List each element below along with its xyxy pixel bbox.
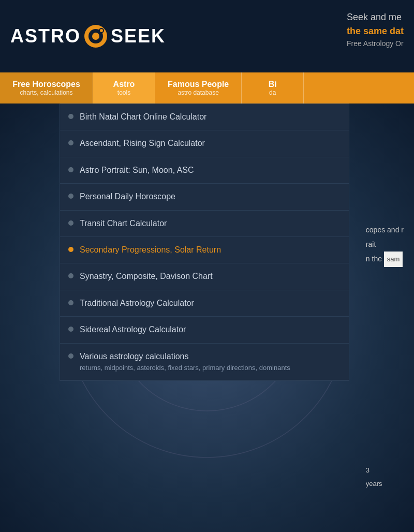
menu-item-text-astro-portrait: Astro Portrait: Sun, Moon, ASC (80, 165, 338, 176)
menu-bullet-various (68, 353, 73, 359)
logo[interactable]: ASTRO SEEK (10, 23, 166, 49)
menu-item-ascendant[interactable]: Ascendant, Rising Sign Calculator (60, 130, 349, 157)
nav-astro-tools-label: Astro (113, 80, 135, 89)
menu-item-transit-chart[interactable]: Transit Chart Calculator (60, 211, 349, 237)
menu-item-text-various: Various astrology calculationsreturns, m… (80, 351, 338, 373)
partial-box: sam (384, 252, 403, 267)
menu-bullet-astro-portrait (68, 167, 73, 172)
partial-line1: copes and r (366, 223, 404, 237)
menu-item-text-birth-natal: Birth Natal Chart Online Calculator (80, 111, 338, 123)
nav-birth-label: Bi (269, 80, 277, 89)
menu-bullet-transit-chart (68, 220, 73, 226)
tagline-sub: Free Astrology Or (347, 38, 404, 49)
tagline-highlight: the same dat (347, 24, 404, 38)
logo-icon (83, 23, 109, 49)
menu-item-secondary-progressions[interactable]: Secondary Progressions, Solar Return (60, 237, 349, 263)
menu-item-text-synastry: Synastry, Composite, Davison Chart (80, 271, 338, 282)
nav-famous-people-sub: astro database (178, 89, 218, 96)
menu-item-text-transit-chart: Transit Chart Calculator (80, 218, 338, 229)
nav-birth-sub: da (269, 89, 276, 96)
menu-item-synastry[interactable]: Synastry, Composite, Davison Chart (60, 263, 349, 290)
menu-item-text-traditional-astrology: Traditional Astrology Calculator (80, 298, 338, 309)
site-header: ASTRO SEEK Seek and me the same dat Free… (0, 0, 414, 72)
menu-item-label-traditional-astrology: Traditional Astrology Calculator (80, 298, 338, 309)
nav-free-horoscopes-label: Free Horoscopes (12, 80, 80, 89)
menu-item-text-secondary-progressions: Secondary Progressions, Solar Return (80, 244, 338, 256)
menu-item-personal-daily[interactable]: Personal Daily Horoscope (60, 184, 349, 210)
logo-seek: SEEK (111, 25, 166, 47)
partial-right-text: copes and r rait n the sam 3 years (366, 223, 404, 491)
menu-bullet-personal-daily (68, 194, 73, 199)
menu-item-text-ascendant: Ascendant, Rising Sign Calculator (80, 138, 338, 149)
partial-line2: rait (366, 237, 404, 252)
nav-astro-tools-sub: tools (117, 89, 130, 96)
svg-point-4 (100, 29, 103, 32)
logo-astro: ASTRO (10, 25, 81, 47)
menu-item-label-synastry: Synastry, Composite, Davison Chart (80, 271, 338, 282)
menu-item-traditional-astrology[interactable]: Traditional Astrology Calculator (60, 290, 349, 317)
menu-item-birth-natal[interactable]: Birth Natal Chart Online Calculator (60, 104, 349, 130)
menu-item-label-transit-chart: Transit Chart Calculator (80, 218, 338, 229)
nav-birth[interactable]: Bi da (242, 72, 304, 104)
tagline-line1: Seek and me (347, 10, 404, 24)
menu-bullet-synastry (68, 273, 73, 278)
nav-free-horoscopes[interactable]: Free Horoscopes charts, calculations (0, 72, 93, 104)
menu-bullet-secondary-progressions (68, 247, 73, 252)
menu-bullet-ascendant (68, 140, 73, 145)
menu-item-label-astro-portrait: Astro Portrait: Sun, Moon, ASC (80, 165, 338, 176)
menu-item-label-sidereal: Sidereal Astrology Calculator (80, 324, 338, 335)
nav-free-horoscopes-sub: charts, calculations (20, 89, 72, 96)
header-tagline: Seek and me the same dat Free Astrology … (347, 10, 404, 49)
nav-famous-people[interactable]: Famous People astro database (155, 72, 242, 104)
dropdown-menu: Birth Natal Chart Online CalculatorAscen… (60, 104, 349, 381)
menu-item-text-sidereal: Sidereal Astrology Calculator (80, 324, 338, 335)
menu-item-label-secondary-progressions: Secondary Progressions, Solar Return (80, 244, 338, 256)
menu-item-text-personal-daily: Personal Daily Horoscope (80, 191, 338, 202)
menu-item-various[interactable]: Various astrology calculationsreturns, m… (60, 344, 349, 381)
menu-bullet-traditional-astrology (68, 300, 73, 305)
menu-item-sidereal[interactable]: Sidereal Astrology Calculator (60, 317, 349, 343)
navbar: Free Horoscopes charts, calculations Ast… (0, 72, 414, 104)
nav-astro-tools[interactable]: Astro tools (93, 72, 155, 104)
menu-item-label-personal-daily: Personal Daily Horoscope (80, 191, 338, 202)
nav-famous-people-label: Famous People (168, 80, 229, 89)
partial-line3: n the sam (366, 252, 404, 267)
partial-footer: 3 years (366, 464, 404, 491)
menu-item-astro-portrait[interactable]: Astro Portrait: Sun, Moon, ASC (60, 157, 349, 184)
svg-point-2 (92, 33, 99, 40)
menu-item-label-birth-natal: Birth Natal Chart Online Calculator (80, 111, 338, 123)
menu-item-sub-various: returns, midpoints, asteroids, fixed sta… (80, 363, 338, 373)
menu-bullet-sidereal (68, 327, 73, 332)
menu-item-label-various: Various astrology calculations (80, 351, 338, 362)
menu-bullet-birth-natal (68, 114, 73, 119)
menu-item-label-ascendant: Ascendant, Rising Sign Calculator (80, 138, 338, 149)
